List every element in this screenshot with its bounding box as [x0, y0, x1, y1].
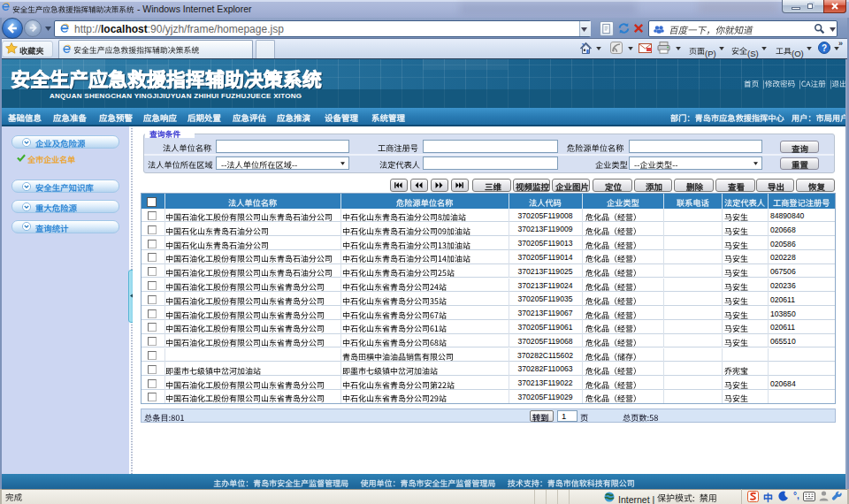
- svg-text:?: ?: [822, 43, 827, 53]
